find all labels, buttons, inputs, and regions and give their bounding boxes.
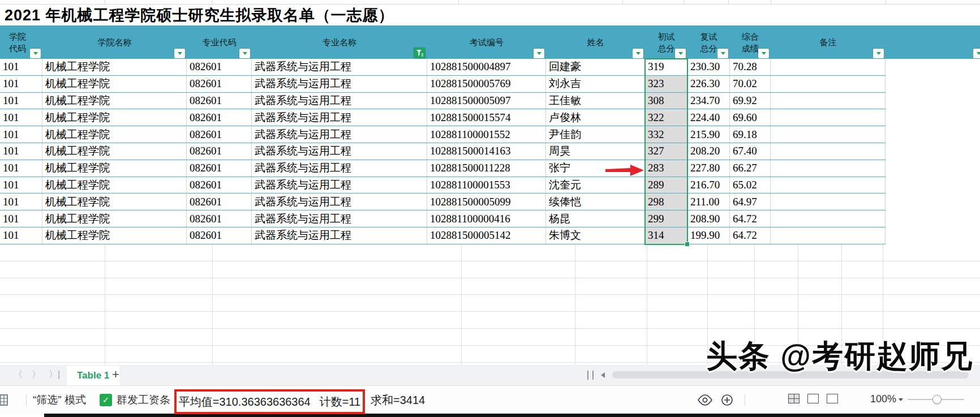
cell[interactable]: 082601 — [187, 93, 252, 109]
cell[interactable]: 102881100001553 — [427, 177, 546, 194]
cell[interactable]: 082601 — [187, 143, 252, 160]
cell[interactable]: 70.28 — [730, 59, 771, 75]
cell[interactable]: 69.60 — [730, 109, 771, 126]
cell[interactable]: 武器系统与运用工程 — [252, 126, 427, 143]
cell[interactable]: 283 — [645, 160, 687, 177]
cell[interactable]: 082601 — [187, 126, 252, 143]
last-sheet-icon[interactable]: 〉| — [49, 369, 60, 381]
cell[interactable]: 298 — [645, 194, 687, 210]
cell[interactable]: 102881500004897 — [427, 59, 546, 75]
cell[interactable]: 322 — [645, 109, 687, 126]
horizontal-scrollbar[interactable] — [612, 371, 969, 379]
column-header[interactable]: 专业代码 — [187, 25, 252, 59]
filter-dropdown-icon[interactable] — [30, 49, 41, 58]
cell[interactable]: 64.97 — [730, 194, 771, 210]
zoom-slider-handle[interactable] — [932, 395, 942, 404]
cell[interactable]: 102881100001552 — [427, 126, 546, 143]
cell[interactable]: 314 — [645, 227, 687, 244]
cell[interactable]: 101 — [0, 143, 42, 160]
filter-dropdown-icon[interactable] — [873, 49, 884, 58]
cell[interactable]: 机械工程学院 — [42, 59, 187, 75]
cell[interactable]: 082601 — [187, 227, 252, 244]
cell[interactable]: 70.02 — [730, 76, 771, 92]
scroll-left-icon[interactable] — [601, 372, 605, 378]
filter-dropdown-icon[interactable] — [758, 49, 769, 58]
cell[interactable]: 082601 — [187, 210, 252, 227]
cell[interactable]: 224.40 — [687, 109, 730, 126]
column-header[interactable]: 学院 代码 — [0, 25, 42, 59]
cell[interactable]: 机械工程学院 — [42, 160, 187, 177]
cell[interactable]: 082601 — [187, 109, 252, 126]
column-header[interactable]: 备注 — [771, 25, 886, 59]
cell[interactable] — [771, 210, 886, 227]
cell[interactable]: 武器系统与运用工程 — [252, 109, 427, 126]
cell[interactable]: 机械工程学院 — [42, 143, 187, 160]
cell[interactable]: 尹佳韵 — [546, 126, 645, 143]
cell[interactable]: 刘永吉 — [546, 76, 645, 92]
cell[interactable] — [771, 143, 886, 160]
plus-circle-icon[interactable] — [721, 386, 733, 414]
cell[interactable]: 332 — [645, 126, 687, 143]
cell[interactable]: 64.72 — [730, 227, 771, 244]
cell[interactable]: 226.30 — [687, 76, 730, 92]
payslip-plugin-button[interactable]: 群发工资条 — [117, 386, 170, 414]
cell[interactable]: 机械工程学院 — [42, 194, 187, 210]
cell[interactable]: 082601 — [187, 177, 252, 194]
column-header[interactable]: 学院名称 — [42, 25, 187, 59]
cell[interactable]: 机械工程学院 — [42, 109, 187, 126]
cell[interactable]: 102881500014163 — [427, 143, 546, 160]
cell[interactable]: 082601 — [187, 194, 252, 210]
column-header[interactable]: 初试 总分 — [645, 25, 687, 59]
column-header[interactable]: 考试编号 — [427, 25, 546, 59]
next-sheet-icon[interactable]: 〉 — [32, 369, 41, 381]
cell[interactable]: 227.80 — [687, 160, 730, 177]
cell[interactable]: 082601 — [187, 59, 252, 75]
cell[interactable]: 武器系统与运用工程 — [252, 76, 427, 92]
cell[interactable]: 102881100000416 — [427, 210, 546, 227]
cell[interactable]: 101 — [0, 210, 42, 227]
cell[interactable]: 武器系统与运用工程 — [252, 227, 427, 244]
cell[interactable]: 卢俊林 — [546, 109, 645, 126]
cell[interactable]: 323 — [645, 76, 687, 92]
cell[interactable]: 杨昆 — [546, 210, 645, 227]
cell[interactable]: 武器系统与运用工程 — [252, 93, 427, 109]
cell[interactable]: 67.40 — [730, 143, 771, 160]
cell[interactable]: 215.90 — [687, 126, 730, 143]
page-layout-view-icon[interactable] — [807, 394, 819, 403]
column-header[interactable]: 专业名称 — [252, 25, 427, 59]
clipboard-icon[interactable] — [0, 386, 8, 414]
cell[interactable]: 102881500005097 — [427, 93, 546, 109]
zoom-caret-icon[interactable] — [899, 398, 903, 401]
cell[interactable]: 082601 — [187, 160, 252, 177]
cell[interactable]: 武器系统与运用工程 — [252, 143, 427, 160]
cell[interactable]: 64.72 — [730, 210, 771, 227]
cell[interactable]: 101 — [0, 177, 42, 194]
filter-dropdown-icon[interactable] — [675, 49, 686, 58]
filter-dropdown-icon[interactable] — [174, 49, 185, 58]
cell[interactable]: 回建豪 — [546, 59, 645, 75]
cell[interactable]: 208.20 — [687, 143, 730, 160]
cell[interactable]: 66.27 — [730, 160, 771, 177]
prev-sheet-icon[interactable]: 〈 — [14, 369, 23, 381]
cell[interactable]: 199.90 — [687, 227, 730, 244]
cell[interactable]: 308 — [645, 93, 687, 109]
cell[interactable]: 机械工程学院 — [42, 227, 187, 244]
tab-splitter-handle[interactable] — [587, 371, 594, 380]
cell[interactable]: 101 — [0, 194, 42, 210]
filter-dropdown-icon[interactable] — [973, 49, 980, 58]
filter-dropdown-icon[interactable] — [633, 49, 643, 58]
cell[interactable] — [771, 126, 886, 143]
cell[interactable]: 101 — [0, 93, 42, 109]
cell[interactable]: 216.70 — [687, 177, 730, 194]
add-sheet-button[interactable]: + — [112, 367, 119, 382]
cell[interactable] — [771, 59, 886, 75]
cell[interactable]: 102881500005142 — [427, 227, 546, 244]
cell[interactable]: 武器系统与运用工程 — [252, 160, 427, 177]
eye-protect-icon[interactable] — [697, 386, 713, 414]
cell[interactable]: 周昊 — [546, 143, 645, 160]
cell[interactable]: 69.18 — [730, 126, 771, 143]
column-header[interactable]: 姓名 — [546, 25, 645, 59]
filter-dropdown-icon[interactable] — [717, 49, 728, 58]
cell[interactable]: 101 — [0, 126, 42, 143]
cell[interactable]: 武器系统与运用工程 — [252, 59, 427, 75]
